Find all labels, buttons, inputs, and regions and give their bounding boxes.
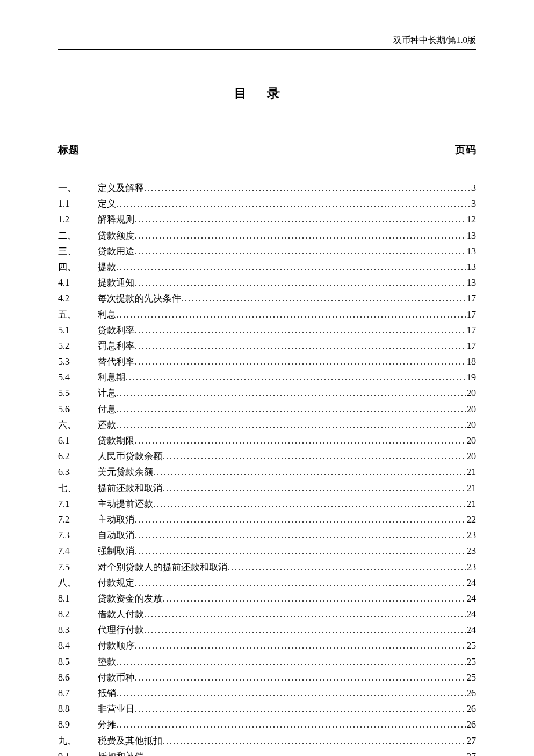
toc-number: 4.2 <box>58 290 98 306</box>
toc-number: 1.2 <box>58 211 98 227</box>
toc-leader-dots <box>116 717 466 732</box>
toc-page-number: 24 <box>466 575 476 591</box>
toc-number: 7.1 <box>58 496 98 512</box>
toc-number: 5.4 <box>58 369 98 385</box>
toc-number: 四、 <box>58 259 98 275</box>
toc-row: 7.4强制取消23 <box>58 543 476 559</box>
toc-label: 强制取消 <box>98 543 135 559</box>
toc-number: 6.1 <box>58 433 98 448</box>
toc-page-number: 24 <box>466 591 476 606</box>
toc-page-number: 26 <box>466 701 476 717</box>
toc-leader-dots <box>181 290 466 306</box>
toc-leader-dots <box>116 196 470 211</box>
toc-number: 7.3 <box>58 527 98 543</box>
toc-number: 6.3 <box>58 464 98 480</box>
toc-label: 贷款期限 <box>98 433 135 448</box>
toc-leader-dots <box>116 401 466 417</box>
toc-number: 7.2 <box>58 512 98 527</box>
toc-page-number: 20 <box>466 417 476 433</box>
toc-number: 5.1 <box>58 322 98 338</box>
toc-leader-dots <box>135 275 466 290</box>
toc-page-number: 20 <box>466 401 476 417</box>
toc-leader-dots <box>135 433 466 448</box>
toc-leader-dots <box>116 417 466 433</box>
toc-leader-dots <box>116 259 466 275</box>
toc-leader-dots <box>163 448 466 464</box>
toc-label: 提款通知 <box>98 275 135 290</box>
toc-label: 美元贷款余额 <box>98 464 153 480</box>
toc-page-number: 21 <box>466 496 476 512</box>
col-page-label: 页码 <box>455 143 476 157</box>
toc-page-number: 24 <box>466 622 476 638</box>
toc-label: 贷款用途 <box>98 243 135 259</box>
toc-label: 利息期 <box>98 369 125 385</box>
toc-label: 贷款额度 <box>98 228 135 243</box>
toc-number: 5.3 <box>58 354 98 369</box>
toc-number: 9.1 <box>58 748 98 756</box>
toc-leader-dots <box>125 369 466 385</box>
toc-row: 8.8非营业日26 <box>58 701 476 717</box>
toc-number: 6.2 <box>58 448 98 464</box>
toc-number: 8.3 <box>58 622 98 638</box>
toc-label: 抵扣和补偿 <box>98 748 144 756</box>
toc-row: 六、还款20 <box>58 417 476 433</box>
toc-row: 5.3替代利率18 <box>58 354 476 369</box>
toc-row: 7.5对个别贷款人的提前还款和取消23 <box>58 559 476 575</box>
toc-leader-dots <box>144 180 470 196</box>
toc-label: 贷款利率 <box>98 322 135 338</box>
toc-leader-dots <box>135 527 466 543</box>
toc-leader-dots <box>116 307 466 322</box>
toc-leader-dots <box>135 354 466 369</box>
toc-label: 每次提款的先决条件 <box>98 290 181 306</box>
toc-label: 替代利率 <box>98 354 135 369</box>
toc-label: 提款 <box>98 259 116 275</box>
toc-row: 二、贷款额度13 <box>58 228 476 243</box>
toc-page-number: 13 <box>466 259 476 275</box>
toc-label: 计息 <box>98 385 116 401</box>
toc-number: 8.9 <box>58 717 98 732</box>
toc-label: 主动取消 <box>98 512 135 527</box>
toc-row: 5.2罚息利率17 <box>58 338 476 354</box>
toc-number: 7.4 <box>58 543 98 559</box>
toc-page-number: 20 <box>466 448 476 464</box>
toc-row: 4.2每次提款的先决条件17 <box>58 290 476 306</box>
toc-row: 九、税费及其他抵扣27 <box>58 733 476 748</box>
toc-row: 8.2借款人付款24 <box>58 606 476 622</box>
toc-page-number: 25 <box>466 669 476 685</box>
toc-row: 6.1贷款期限20 <box>58 433 476 448</box>
toc-label: 主动提前还款 <box>98 496 153 512</box>
toc-page-number: 12 <box>466 211 476 227</box>
toc-label: 代理行付款 <box>98 622 144 638</box>
toc-page-number: 17 <box>466 290 476 306</box>
toc-list: 一、定义及解释31.1定义31.2解释规则12二、贷款额度13三、贷款用途13四… <box>58 180 476 756</box>
toc-leader-dots <box>135 575 466 591</box>
toc-number: 三、 <box>58 243 98 259</box>
toc-page-number: 3 <box>470 196 476 211</box>
toc-number: 1.1 <box>58 196 98 211</box>
toc-leader-dots <box>135 322 466 338</box>
toc-row: 8.5垫款25 <box>58 654 476 669</box>
toc-leader-dots <box>144 748 466 756</box>
toc-page-number: 26 <box>466 717 476 732</box>
toc-number: 8.8 <box>58 701 98 717</box>
toc-label: 付款顺序 <box>98 638 135 653</box>
toc-label: 解释规则 <box>98 211 135 227</box>
toc-leader-dots <box>135 669 466 685</box>
toc-leader-dots <box>163 480 466 496</box>
toc-row: 三、贷款用途13 <box>58 243 476 259</box>
toc-number: 九、 <box>58 733 98 748</box>
running-header: 双币种中长期/第1.0版 <box>58 35 476 50</box>
toc-label: 定义及解释 <box>98 180 144 196</box>
toc-row: 1.1定义3 <box>58 196 476 211</box>
toc-leader-dots <box>135 338 466 354</box>
toc-leader-dots <box>135 243 466 259</box>
col-title-label: 标题 <box>58 143 79 157</box>
toc-row: 五、利息17 <box>58 307 476 322</box>
toc-leader-dots <box>163 733 466 748</box>
toc-page-number: 17 <box>466 338 476 354</box>
toc-number: 8.5 <box>58 654 98 669</box>
toc-row: 七、提前还款和取消21 <box>58 480 476 496</box>
page-title: 目录 <box>58 85 476 102</box>
toc-label: 税费及其他抵扣 <box>98 733 163 748</box>
toc-leader-dots <box>163 591 466 606</box>
